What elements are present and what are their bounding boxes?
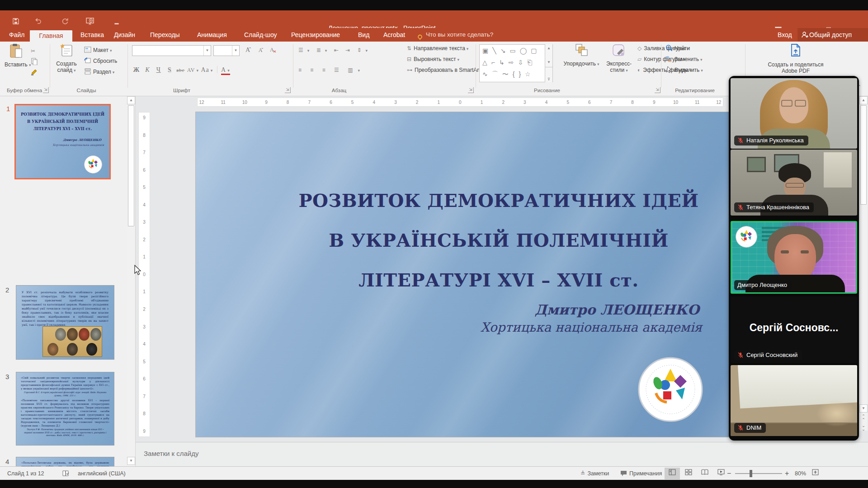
slide-title-line-2[interactable]: В УКРАЇНСЬКІЙ ПОЛЕМІЧНІЙ xyxy=(268,221,729,260)
drawing-dialog-launcher[interactable]: ⇲ xyxy=(655,87,660,93)
undo-icon[interactable] xyxy=(33,18,42,27)
slide-title-line-3[interactable]: ЛІТЕРАТУРІ XVI – XVII ст. xyxy=(268,260,729,300)
align-left-icon[interactable]: ≡ xyxy=(298,67,305,73)
sign-in-button[interactable]: Вход xyxy=(774,28,796,42)
slide-thumbnail-2[interactable]: У XVI ст. розпочала набувати особливого … xyxy=(16,285,114,360)
align-center-icon[interactable]: ≡ xyxy=(310,67,317,73)
slideshow-view-button[interactable] xyxy=(713,468,729,479)
slide-counter[interactable]: Слайд 1 из 12 xyxy=(7,467,44,480)
tab-review[interactable]: Рецензирование xyxy=(286,28,345,42)
format-painter-button[interactable] xyxy=(31,68,40,78)
clear-formatting-button[interactable]: A xyxy=(269,45,278,55)
decrease-indent-icon[interactable]: ⇤ xyxy=(334,47,341,53)
notes-pane[interactable]: Заметки к слайду xyxy=(136,442,868,466)
tab-home[interactable]: Главная xyxy=(30,30,72,42)
underline-button[interactable]: Ч xyxy=(154,65,163,75)
section-button[interactable]: Раздел xyxy=(84,67,114,77)
video-tile-active-speaker[interactable]: Дмитро Леощенко xyxy=(731,221,857,294)
shrink-font-button[interactable]: А̌ xyxy=(256,45,265,55)
previous-slide-button[interactable]: ⌃⌃ xyxy=(860,414,867,422)
align-right-icon[interactable]: ≡ xyxy=(322,67,329,73)
share-button[interactable]: Общий доступ xyxy=(809,28,852,42)
zoom-level[interactable]: 80% xyxy=(795,467,806,480)
main-scroll-up-button[interactable]: ▲ xyxy=(859,96,868,104)
text-direction-button[interactable]: ⇅Направление текста xyxy=(407,43,468,53)
language-indicator[interactable]: английский (США) xyxy=(78,467,126,480)
find-button[interactable]: Найти xyxy=(665,43,690,53)
replace-button[interactable]: abacЗаменить xyxy=(665,54,702,64)
font-name-combobox[interactable]: ▼ xyxy=(132,45,211,56)
zoom-out-button[interactable]: − xyxy=(727,467,731,480)
comments-toggle[interactable]: Примечания xyxy=(620,467,662,480)
thumbnails-scroll-down-button[interactable]: ▼ xyxy=(127,457,135,465)
slide-sorter-view-button[interactable] xyxy=(681,468,696,479)
zoom-slider-thumb[interactable] xyxy=(750,470,752,477)
numbering-icon[interactable]: ≣ xyxy=(316,47,330,53)
video-tile-participant-5[interactable]: DNIM xyxy=(731,365,857,436)
shapes-gallery[interactable]: ▣╲↘▭◯▢ △⌐↳⇨⇩⎗ ∿⌒〜{}☆ xyxy=(479,44,553,82)
normal-view-button[interactable] xyxy=(665,468,680,479)
slide-author[interactable]: Дмитро ЛЕОЩЕНКО xyxy=(377,302,699,318)
tab-transitions[interactable]: Переходы xyxy=(145,28,185,42)
slide-title-line-1[interactable]: РОЗВИТОК ДЕМОКРАТИЧНИХ ІДЕЙ xyxy=(268,181,729,221)
customize-qat-icon[interactable]: ▬▾ xyxy=(112,19,121,28)
font-size-combobox[interactable]: ▼ xyxy=(213,45,240,56)
start-from-slide-icon[interactable] xyxy=(85,17,94,26)
character-spacing-button[interactable]: AV xyxy=(187,65,199,75)
tab-animations[interactable]: Анимация xyxy=(192,28,232,42)
slide-affiliation[interactable]: Хортицька національна академія xyxy=(377,320,702,335)
line-spacing-icon[interactable]: ⇕ xyxy=(357,47,370,53)
tab-insert[interactable]: Вставка xyxy=(75,28,109,42)
layout-button[interactable]: Макет xyxy=(84,45,112,55)
thumbnails-scroll-up-button[interactable]: ▲ xyxy=(127,96,135,104)
reset-button[interactable]: Сбросить xyxy=(84,56,117,66)
convert-smartart-button[interactable]: ⊶Преобразовать в SmartArt xyxy=(407,65,484,75)
zoom-slider-track[interactable] xyxy=(735,473,782,474)
save-icon[interactable] xyxy=(11,18,20,27)
grow-font-button[interactable]: А̂ xyxy=(243,45,252,55)
tab-acrobat[interactable]: Acrobat xyxy=(378,28,410,42)
new-slide-button[interactable]: Создать слайд xyxy=(52,43,80,74)
video-tile-participant-4[interactable]: Сергій Сосновс... Сергій Сосновский xyxy=(731,296,857,363)
next-slide-button[interactable]: ⌄⌄ xyxy=(860,424,867,431)
main-scroll-down-button[interactable]: ▼ xyxy=(859,404,868,413)
slide-thumbnail-3[interactable]: «Свій повальний розвиток творче засвоєнн… xyxy=(16,372,114,446)
text-shadow-button[interactable]: S xyxy=(165,65,174,75)
tab-slideshow[interactable]: Слайд-шоу xyxy=(239,28,283,42)
tell-me-box[interactable]: Что вы хотите сделать? xyxy=(426,28,493,42)
italic-button[interactable]: К xyxy=(143,65,152,75)
main-scrollbar-thumb[interactable] xyxy=(860,105,867,205)
slide-thumbnail-1[interactable]: РОЗВИТОК ДЕМОКРАТИЧНИХ ІДЕЙВ УКРАЇНСЬКІЙ… xyxy=(14,104,111,179)
fit-to-window-button[interactable] xyxy=(809,468,821,479)
paste-button[interactable]: Вставить xyxy=(5,43,28,68)
align-text-button[interactable]: ⊟Выровнять текст xyxy=(407,54,459,64)
copy-button[interactable] xyxy=(31,57,40,67)
video-tile-participant-2[interactable]: Тетяна Крашеніннікова xyxy=(731,150,857,216)
spellcheck-icon[interactable] xyxy=(62,467,70,480)
horizontal-ruler[interactable]: 1211109876543210123456789101112 xyxy=(197,98,723,107)
paragraph-dialog-launcher[interactable]: ⇲ xyxy=(468,87,474,93)
clipboard-dialog-launcher[interactable]: ⇲ xyxy=(43,87,49,93)
redo-icon[interactable] xyxy=(61,18,70,27)
columns-icon[interactable]: ▥ xyxy=(348,67,363,73)
reading-view-button[interactable] xyxy=(697,468,712,479)
zoom-in-button[interactable]: + xyxy=(785,467,789,480)
cut-button[interactable]: ✂ xyxy=(31,46,35,56)
tab-view[interactable]: Вид xyxy=(353,28,375,42)
thumbnails-scrollbar-thumb[interactable] xyxy=(128,105,134,226)
bullets-icon[interactable]: ☰ xyxy=(298,47,312,53)
bold-button[interactable]: Ж xyxy=(132,65,141,75)
shapes-gallery-scrollbar[interactable]: ▲ ▼ ⊽ xyxy=(545,44,552,82)
tab-design[interactable]: Дизайн xyxy=(108,28,141,42)
meeting-participants-panel[interactable]: Наталія Руколянська Тетяна Крашенінніков… xyxy=(729,76,859,441)
increase-indent-icon[interactable]: ⇥ xyxy=(345,47,353,53)
create-and-share-pdf-button[interactable]: Создать и поделиться Adobe PDF xyxy=(750,43,841,74)
strikethrough-button[interactable]: abc xyxy=(176,65,185,75)
font-dialog-launcher[interactable]: ⇲ xyxy=(285,87,291,93)
quick-styles-button[interactable]: Экспресс- стили xyxy=(603,43,635,74)
video-tile-participant-1[interactable]: Наталія Руколянська xyxy=(731,78,857,149)
arrange-button[interactable]: Упорядочить xyxy=(561,43,602,67)
justify-icon[interactable]: ☰ xyxy=(334,67,343,73)
notes-toggle[interactable]: ≜Заметки xyxy=(580,467,609,480)
change-case-button[interactable]: Aa xyxy=(201,65,213,75)
